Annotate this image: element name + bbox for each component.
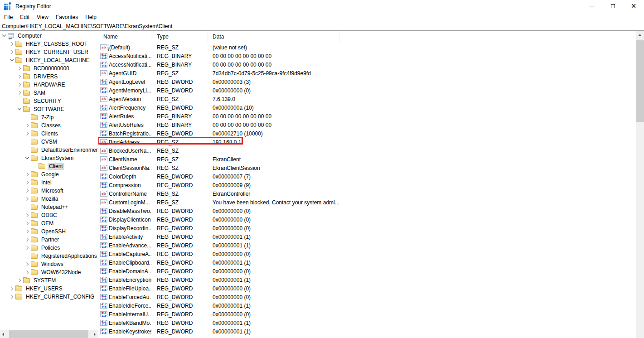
- value-row[interactable]: 0 DisplayRecordin... REG_DWORD 0x0000000…: [98, 224, 636, 232]
- expand-chevron-icon[interactable]: [17, 98, 22, 104]
- expand-chevron-icon[interactable]: [17, 82, 22, 87]
- tree-item[interactable]: Google: [0, 170, 98, 179]
- tree-item[interactable]: OEM: [0, 219, 98, 227]
- value-row[interactable]: 0 AgentLogLevel REG_DWORD 0x00000003 (3): [98, 77, 636, 86]
- value-row[interactable]: BindAddress REG_SZ 192.168.0.1: [98, 138, 636, 146]
- expand-chevron-icon[interactable]: [24, 270, 30, 275]
- expand-chevron-icon[interactable]: [24, 237, 30, 242]
- tree-item[interactable]: HKEY_USERS: [0, 285, 98, 293]
- value-row[interactable]: 0 EnableActivity REG_DWORD 0x00000001 (1…: [98, 232, 636, 241]
- minimize-button[interactable]: [581, 0, 602, 12]
- tree-item[interactable]: Partner: [0, 236, 98, 244]
- menu-help[interactable]: Help: [82, 13, 100, 21]
- value-row[interactable]: ClientSessionNa... REG_SZ EkranClientSes…: [98, 164, 636, 172]
- tree-item[interactable]: HKEY_CLASSES_ROOT: [0, 40, 98, 48]
- tree-item[interactable]: Clients: [0, 130, 98, 138]
- tree-item[interactable]: DefaultUserEnvironmen: [0, 146, 98, 154]
- value-row[interactable]: 0 EnableClipboard... REG_DWORD 0x0000000…: [98, 258, 636, 267]
- vscroll-thumb[interactable]: [636, 40, 644, 122]
- value-row[interactable]: 0 AlertFrequency REG_DWORD 0x0000000a (1…: [98, 103, 636, 112]
- value-row[interactable]: 0 EnableIdleForce... REG_DWORD 0x0000000…: [98, 301, 636, 310]
- tree-item[interactable]: BCD00000000: [0, 64, 98, 72]
- tree-item[interactable]: Client: [0, 162, 98, 170]
- expand-chevron-icon[interactable]: [24, 155, 30, 161]
- tree-item[interactable]: Microsoft: [0, 187, 98, 195]
- vertical-scrollbar[interactable]: [636, 31, 644, 338]
- tree-item[interactable]: ODBC: [0, 211, 98, 219]
- tree-item[interactable]: HARDWARE: [0, 81, 98, 89]
- value-row[interactable]: 0 ColorDepth REG_DWORD 0x00000007 (7): [98, 172, 636, 181]
- column-header-data[interactable]: Data: [208, 31, 339, 43]
- tree-item[interactable]: Intel: [0, 179, 98, 187]
- scroll-up-arrow-icon[interactable]: [636, 31, 644, 39]
- tree-item[interactable]: RegisteredApplications: [0, 252, 98, 260]
- value-row[interactable]: 0 EnableFileUploa... REG_DWORD 0x0000000…: [98, 284, 636, 293]
- expand-chevron-icon[interactable]: [9, 58, 15, 63]
- tree-item[interactable]: HKEY_CURRENT_USER: [0, 48, 98, 56]
- expand-chevron-icon[interactable]: [24, 115, 30, 120]
- menu-file[interactable]: File: [0, 13, 16, 21]
- value-row[interactable]: ControllerName REG_SZ EkranController: [98, 189, 636, 198]
- tree-item[interactable]: CVSM: [0, 138, 98, 146]
- value-row[interactable]: 0 AccessNotificati... REG_BINARY 00 00 0…: [98, 60, 636, 69]
- expand-chevron-icon[interactable]: [9, 49, 15, 55]
- expand-chevron-icon[interactable]: [24, 188, 30, 193]
- value-row[interactable]: (Default) REG_SZ (value not set): [98, 43, 636, 52]
- column-header-type[interactable]: Type: [151, 31, 208, 43]
- expand-chevron-icon[interactable]: [17, 278, 22, 283]
- expand-chevron-icon[interactable]: [24, 261, 30, 267]
- tree-item[interactable]: SYSTEM: [0, 276, 98, 285]
- value-row[interactable]: 0 AgentMemoryLi... REG_DWORD 0x00000000 …: [98, 86, 636, 95]
- tree-item[interactable]: SOFTWARE: [0, 105, 98, 113]
- expand-chevron-icon[interactable]: [24, 221, 30, 226]
- expand-chevron-icon[interactable]: [24, 139, 30, 145]
- value-row[interactable]: 0 EnableKBandMo... REG_DWORD 0x00000001 …: [98, 319, 636, 327]
- tree-item[interactable]: Policies: [0, 244, 98, 252]
- tree-item[interactable]: SAM: [0, 89, 98, 97]
- tree-item[interactable]: Windows: [0, 260, 98, 268]
- tree-item[interactable]: Notepad++: [0, 203, 98, 211]
- expand-chevron-icon[interactable]: [1, 33, 7, 39]
- tree-item[interactable]: HKEY_CURRENT_CONFIG: [0, 293, 98, 301]
- menu-view[interactable]: View: [33, 13, 52, 21]
- expand-chevron-icon[interactable]: [9, 41, 15, 47]
- expand-chevron-icon[interactable]: [32, 164, 38, 169]
- expand-chevron-icon[interactable]: [24, 212, 30, 218]
- menu-favorites[interactable]: Favorites: [52, 13, 82, 21]
- value-row[interactable]: AgentGUID REG_SZ 7d34db7c-0d79-5c25-99ca…: [98, 69, 636, 77]
- expand-chevron-icon[interactable]: [24, 172, 30, 177]
- expand-chevron-icon[interactable]: [24, 229, 30, 234]
- expand-chevron-icon[interactable]: [24, 180, 30, 185]
- tree-item[interactable]: Classes: [0, 121, 98, 130]
- expand-chevron-icon[interactable]: [17, 106, 22, 112]
- expand-chevron-icon[interactable]: [17, 74, 22, 79]
- expand-chevron-icon[interactable]: [17, 90, 22, 96]
- expand-chevron-icon[interactable]: [9, 294, 15, 299]
- value-row[interactable]: 0 DisplayClientIcon REG_DWORD 0x00000000…: [98, 215, 636, 224]
- value-row[interactable]: AgentVersion REG_SZ 7.6.139.0: [98, 95, 636, 103]
- tree-item[interactable]: WOW6432Node: [0, 268, 98, 276]
- value-row[interactable]: 0 EnableInternalU... REG_DWORD 0x0000000…: [98, 310, 636, 319]
- value-row[interactable]: CustomLoginM... REG_SZ You have been blo…: [98, 198, 636, 207]
- expand-chevron-icon[interactable]: [24, 123, 30, 128]
- tree-item[interactable]: Mozilla: [0, 195, 98, 203]
- value-row[interactable]: 0 AlertUsbRules REG_BINARY 00 00 00 00 0…: [98, 121, 636, 129]
- expand-chevron-icon[interactable]: [17, 66, 22, 71]
- value-row[interactable]: 0 BatchRegistratio... REG_DWORD 0x000027…: [98, 129, 636, 138]
- value-row[interactable]: 0 EnableAdvance... REG_DWORD 0x00000001 …: [98, 241, 636, 250]
- value-row[interactable]: 0 EnableCaptureA... REG_DWORD 0x00000000…: [98, 250, 636, 258]
- expand-chevron-icon[interactable]: [24, 131, 30, 136]
- value-row[interactable]: ClientName REG_SZ EkranClient: [98, 155, 636, 164]
- address-bar[interactable]: Computer\HKEY_LOCAL_MACHINE\SOFTWARE\Ekr…: [0, 22, 644, 31]
- tree-hscroll-thumb[interactable]: [9, 330, 88, 338]
- value-row[interactable]: 0 EnableEncryption REG_DWORD 0x00000001 …: [98, 275, 636, 284]
- tree-item[interactable]: DRIVERS: [0, 72, 98, 81]
- menu-edit[interactable]: Edit: [16, 13, 33, 21]
- tree-item[interactable]: SECURITY: [0, 97, 98, 105]
- value-row[interactable]: 0 EnableForcedAu... REG_DWORD 0x00000000…: [98, 293, 636, 301]
- tree-item[interactable]: OpenSSH: [0, 227, 98, 236]
- value-row[interactable]: 0 Compression REG_DWORD 0x00000009 (9): [98, 181, 636, 189]
- value-row[interactable]: 0 AlertRules REG_BINARY 00 00 00 00 00 0…: [98, 112, 636, 121]
- column-header-name[interactable]: Name: [98, 31, 151, 43]
- tree-item[interactable]: Computer: [0, 32, 98, 40]
